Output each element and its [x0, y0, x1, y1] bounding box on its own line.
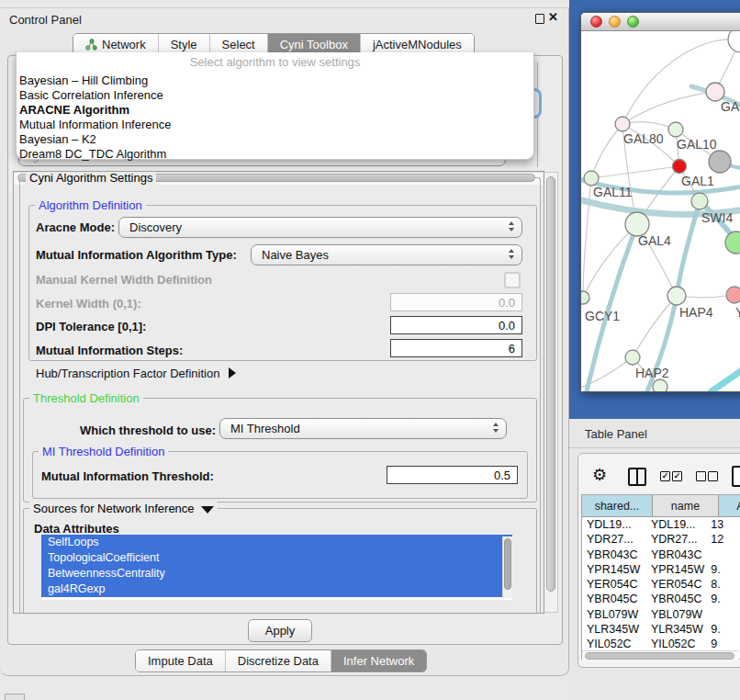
node-swi4[interactable] — [691, 193, 708, 209]
checked-checkbox-icon[interactable]: ✓ — [660, 471, 670, 481]
float-window-icon[interactable] — [535, 14, 544, 24]
column-header[interactable]: A — [719, 495, 740, 517]
table-horizontal-scrollbar-thumb[interactable] — [585, 652, 734, 660]
node-label: GAL1 — [681, 174, 714, 188]
node-label: GCY1 — [585, 309, 620, 323]
list-scrollbar-thumb[interactable] — [504, 538, 511, 590]
attribute-item-selected[interactable]: gal4RGexp — [41, 581, 512, 597]
tab-discretize-data[interactable]: Discretize Data — [225, 650, 331, 672]
table-horizontal-scrollbar[interactable] — [582, 650, 739, 660]
column-header-shared-name[interactable]: shared... — [582, 495, 653, 517]
table-row[interactable]: YBR043CYBR043C — [582, 548, 740, 562]
close-icon[interactable]: ✕ — [548, 10, 558, 24]
table-row[interactable]: YDL19...YDL19...13 — [582, 517, 740, 532]
settings-vertical-scrollbar[interactable] — [544, 172, 558, 613]
stepper-arrows-icon — [509, 249, 514, 259]
table-row[interactable]: YPR145WYPR145W9. — [582, 562, 740, 577]
table-row[interactable]: YBL079WYBL079W — [582, 607, 740, 622]
algorithm-option[interactable]: Dream8 DC_TDC Algorithm — [19, 147, 526, 162]
mi-steps-field[interactable]: 6 — [390, 339, 522, 357]
list-scrollbar[interactable] — [502, 536, 512, 598]
data-attributes-list: SelfLoops TopologicalCoefficient Between… — [41, 535, 512, 600]
tab-label: Network — [102, 38, 146, 51]
node-gal10[interactable] — [668, 122, 683, 137]
dpi-tolerance-field[interactable]: 0.0 — [390, 316, 522, 334]
popup-prompt: Select algorithm to view settings — [17, 55, 533, 69]
tab-impute-data[interactable]: Impute Data — [136, 650, 225, 672]
settings-vertical-scrollbar-thumb[interactable] — [546, 176, 555, 592]
close-traffic-light[interactable] — [590, 16, 602, 28]
table-row[interactable]: YBR045CYBR045C9. — [582, 592, 740, 606]
gear-icon[interactable]: ⚙ — [592, 465, 607, 484]
unchecked-checkbox-icon[interactable] — [696, 471, 706, 481]
algorithm-option[interactable]: Bayesian – K2 — [19, 132, 526, 147]
column-header-name[interactable]: name — [653, 495, 719, 517]
collapsed-panel-icon[interactable] — [5, 694, 25, 700]
algorithm-option[interactable]: Mutual Information Inference — [19, 118, 526, 132]
network-canvas[interactable]: GAL GAL80 GAL10 GAL1 GAL11 SWI4 GAL4 GCY… — [581, 31, 740, 391]
minimize-traffic-light[interactable] — [609, 16, 621, 28]
mi-type-combo[interactable]: Naive Bayes — [251, 244, 522, 265]
table-body: YDL19...YDL19...13 YDR27...YDR27...12 YB… — [582, 517, 740, 652]
columns-icon[interactable] — [628, 468, 646, 486]
algorithm-option[interactable]: Bayesian – Hill Climbing — [19, 73, 526, 88]
node[interactable] — [706, 83, 724, 101]
table-panel-title: Table Panel — [585, 427, 647, 441]
stepper-arrows-icon — [493, 423, 499, 433]
node-hap2[interactable] — [625, 350, 640, 365]
manual-kernel-label: Manual Kernel Width Definition — [36, 273, 212, 287]
node[interactable] — [728, 31, 740, 52]
table-row[interactable]: YDR27...YDR27...12 — [582, 532, 740, 547]
table-row[interactable]: YER054CYER054C8. — [582, 577, 740, 592]
node-hap4[interactable] — [667, 287, 686, 305]
node-label: GAL10 — [677, 137, 717, 152]
algorithm-option[interactable]: Basic Correlation Inference — [19, 88, 526, 103]
mi-threshold-title: MI Threshold Definition — [39, 445, 168, 458]
mi-threshold-label: Mutual Information Threshold: — [41, 469, 214, 483]
expand-arrow-icon — [229, 367, 236, 378]
table-row[interactable]: YLR345WYLR345W9. — [582, 622, 740, 637]
tab-infer-network[interactable]: Infer Network — [331, 650, 426, 672]
node-gal1-red[interactable] — [673, 160, 687, 174]
unchecked-checkbox-icon[interactable] — [708, 471, 718, 481]
network-window-titlebar[interactable] — [581, 13, 740, 31]
attribute-item-selected[interactable]: SelfLoops — [41, 535, 512, 550]
node[interactable] — [653, 379, 667, 391]
which-threshold-combo[interactable]: MI Threshold — [219, 418, 507, 439]
apply-button[interactable]: Apply — [248, 619, 312, 642]
aracne-mode-combo[interactable]: Discovery — [118, 217, 522, 238]
algorithm-option-selected[interactable]: ARACNE Algorithm — [19, 103, 526, 118]
kernel-width-label: Kernel Width (0,1): — [36, 297, 141, 310]
checked-checkbox-icon[interactable]: ✓ — [672, 471, 682, 481]
algorithm-definition-title: Algorithm Definition — [35, 198, 146, 212]
node-label: GAL — [721, 99, 740, 114]
node-label: GAL11 — [593, 185, 633, 199]
zoom-traffic-light[interactable] — [627, 16, 639, 28]
node-label: GAL80 — [623, 131, 664, 146]
node-salmon[interactable] — [726, 287, 740, 303]
hub-definition-label: Hub/Transcription Factor Definition — [36, 367, 219, 380]
node-label: Y — [735, 305, 740, 320]
network-view-window[interactable]: GAL GAL80 GAL10 GAL1 GAL11 SWI4 GAL4 GCY… — [580, 12, 740, 392]
node-green[interactable] — [725, 231, 740, 254]
sources-title: Sources for Network Inference — [33, 502, 195, 515]
hub-definition-toggle[interactable]: Hub/Transcription Factor Definition — [36, 367, 236, 380]
divider — [569, 447, 740, 448]
group-title: Cyni Algorithm Settings — [26, 171, 156, 185]
mi-steps-label: Mutual Information Steps: — [36, 344, 183, 357]
kernel-width-field[interactable]: 0.0 — [390, 293, 522, 311]
settings-scrollpane: Cyni Algorithm Settings Algorithm Defini… — [13, 171, 544, 614]
document-icon[interactable] — [732, 466, 740, 487]
node-gray[interactable] — [709, 151, 731, 173]
attribute-item-selected[interactable]: TopologicalCoefficient — [41, 550, 512, 566]
manual-kernel-checkbox[interactable] — [504, 272, 521, 288]
node-gal11[interactable] — [584, 171, 599, 186]
aracne-mode-value: Discovery — [129, 220, 182, 234]
data-attributes-label: Data Attributes — [34, 522, 119, 536]
node-gcy1[interactable] — [581, 291, 589, 304]
node-label: HAP4 — [679, 305, 713, 320]
attribute-item-selected[interactable]: BetweennessCentrality — [41, 566, 512, 581]
sources-toggle[interactable]: Sources for Network Inference — [29, 502, 218, 515]
node-gal80[interactable] — [615, 117, 630, 131]
mi-threshold-field[interactable]: 0.5 — [387, 466, 518, 484]
